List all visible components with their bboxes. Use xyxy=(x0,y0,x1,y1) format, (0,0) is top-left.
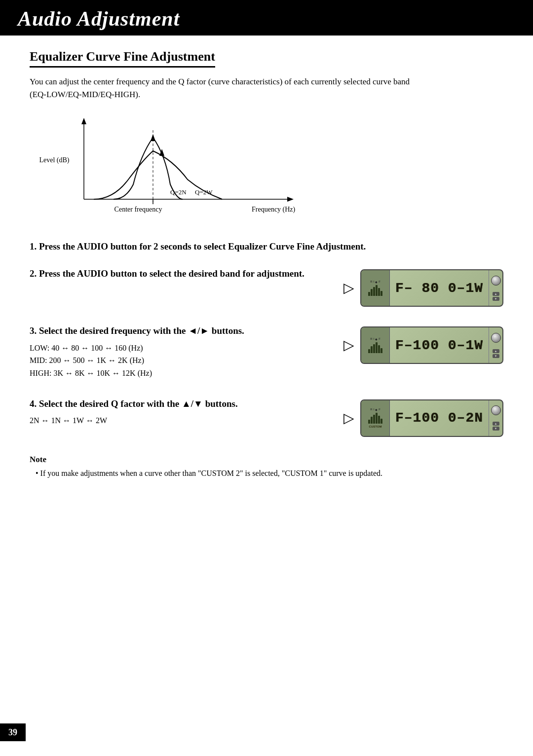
step-3-sub: LOW: 40 ↔ 80 ↔ 100 ↔ 160 (Hz) MID: 200 ↔… xyxy=(30,342,324,380)
step-4-sub: 2N ↔ 1N ↔ 1W ↔ 2W xyxy=(30,414,324,427)
intro-text: You can adjust the center frequency and … xyxy=(30,75,415,102)
lcd-eq-bars-2 xyxy=(368,342,382,353)
step-3-text-block: Select the desired frequency with the ◄/… xyxy=(30,324,324,379)
lcd-right-1: ▲ ▼ xyxy=(489,270,502,306)
bar6 xyxy=(381,419,382,424)
lcd-arr-dn-1: ▼ xyxy=(493,297,499,301)
lcd-arr-dn-3: ▼ xyxy=(493,427,499,431)
bar4 xyxy=(376,285,378,296)
step-4-display: ▷ RI◆F xyxy=(343,399,503,437)
svg-marker-3 xyxy=(287,197,294,202)
bar3 xyxy=(373,415,375,424)
main-content: Equalizer Curve Fine Adjustment You can … xyxy=(0,49,533,509)
arrow-icon-3: ▷ xyxy=(343,338,354,352)
bar6 xyxy=(381,291,382,296)
note-section: Note If you make adjustments when a curv… xyxy=(30,455,503,479)
lcd-text-1: F– 80 0–1W xyxy=(395,281,483,296)
lcd-arr-up-1: ▲ xyxy=(493,292,499,296)
lcd-arrow-btns-1: ▲ ▼ xyxy=(493,292,499,301)
step-4-text-block: Select the desired Q factor with the ▲/▼… xyxy=(30,397,324,427)
bar5 xyxy=(378,345,380,353)
note-item-1: If you make adjustments when a curve oth… xyxy=(36,468,503,479)
eq-chart-svg: Level (dB) Center frequency Frequency (H… xyxy=(39,115,296,224)
lcd-eq-bars-1 xyxy=(368,285,382,296)
step-1: Press the AUDIO button for 2 seconds to … xyxy=(30,240,503,254)
svg-text:Q=2N: Q=2N xyxy=(170,188,187,196)
lcd-text-2: F–100 0–1W xyxy=(395,338,483,353)
lcd-right-3: ▲ ▼ xyxy=(489,400,502,436)
lcd-left-1: RI◆F xyxy=(361,270,390,306)
lcd-arr-up-2: ▲ xyxy=(493,349,499,353)
step-2-display: ▷ RI◆F xyxy=(343,269,503,307)
bar2 xyxy=(371,289,373,296)
step-2-text-block: Press the AUDIO button to select the des… xyxy=(30,267,324,281)
bar5 xyxy=(378,288,380,296)
lcd-indicators-3: RI◆F xyxy=(370,408,381,411)
bar2 xyxy=(371,346,373,353)
step-3: Select the desired frequency with the ◄/… xyxy=(30,324,503,379)
svg-text:Center frequency: Center frequency xyxy=(114,206,162,213)
lcd-left-2: RI◆F xyxy=(361,327,390,363)
step-2: Press the AUDIO button to select the des… xyxy=(30,267,503,307)
lcd-right-2: ▲ ▼ xyxy=(489,327,502,363)
lcd-knob-3 xyxy=(491,405,501,415)
step-2-heading: Press the AUDIO button to select the des… xyxy=(30,267,324,281)
step-4-heading: Select the desired Q factor with the ▲/▼… xyxy=(30,397,324,411)
step-3-heading: Select the desired frequency with the ◄/… xyxy=(30,324,324,338)
step-3-display: ▷ RI◆F xyxy=(343,326,503,364)
svg-marker-1 xyxy=(81,118,86,124)
page-number: 39 xyxy=(0,723,26,741)
svg-marker-9 xyxy=(151,134,155,141)
lcd-knob-1 xyxy=(491,276,501,286)
lcd-indicators-1: RI◆F xyxy=(370,280,381,284)
lcd-display-2: RI◆F F–100 0–1W xyxy=(360,326,503,364)
lcd-center-1: F– 80 0–1W xyxy=(390,270,489,306)
note-title: Note xyxy=(30,455,503,465)
page-title: Audio Adjustment xyxy=(18,7,515,31)
lcd-display-3: RI◆F CUSTOM F–100 0–2N xyxy=(360,399,503,437)
bar3 xyxy=(373,344,375,353)
arrow-icon-2: ▷ xyxy=(343,281,354,295)
bar2 xyxy=(371,417,373,424)
bar1 xyxy=(368,349,370,353)
lcd-knob-2 xyxy=(491,333,501,343)
lcd-arr-dn-2: ▼ xyxy=(493,354,499,358)
steps-container: Press the AUDIO button for 2 seconds to … xyxy=(30,240,503,437)
lcd-indicators-2: RI◆F xyxy=(370,337,381,341)
lcd-display-1: RI◆F F– 80 0–1W xyxy=(360,269,503,307)
lcd-left-3: RI◆F CUSTOM xyxy=(361,400,390,436)
step-4: Select the desired Q factor with the ▲/▼… xyxy=(30,397,503,437)
bar5 xyxy=(378,416,380,424)
svg-text:Level (dB): Level (dB) xyxy=(39,156,70,164)
lcd-eq-bars-3 xyxy=(368,413,382,424)
bar1 xyxy=(368,420,370,424)
svg-text:Frequency (Hz) ⟶: Frequency (Hz) ⟶ xyxy=(252,206,296,214)
lcd-custom-label: CUSTOM xyxy=(369,425,382,428)
svg-text:Q=2W: Q=2W xyxy=(195,188,213,196)
bar3 xyxy=(373,287,375,296)
arrow-icon-4: ▷ xyxy=(343,411,354,425)
step-1-text: Press the AUDIO button for 2 seconds to … xyxy=(30,240,503,254)
eq-chart: Level (dB) Center frequency Frequency (H… xyxy=(39,115,296,224)
lcd-arrow-btns-3: ▲ ▼ xyxy=(493,422,499,431)
lcd-text-3: F–100 0–2N xyxy=(395,410,483,426)
header-bar: Audio Adjustment xyxy=(0,0,533,36)
bar1 xyxy=(368,292,370,296)
section-heading: Equalizer Curve Fine Adjustment xyxy=(30,49,215,68)
lcd-arr-up-3: ▲ xyxy=(493,422,499,426)
lcd-arrow-btns-2: ▲ ▼ xyxy=(493,349,499,358)
bar4 xyxy=(376,342,378,353)
note-list: If you make adjustments when a curve oth… xyxy=(30,468,503,479)
lcd-center-2: F–100 0–1W xyxy=(390,327,489,363)
bar4 xyxy=(376,413,378,424)
bar6 xyxy=(381,348,382,353)
lcd-center-3: F–100 0–2N xyxy=(390,400,489,436)
